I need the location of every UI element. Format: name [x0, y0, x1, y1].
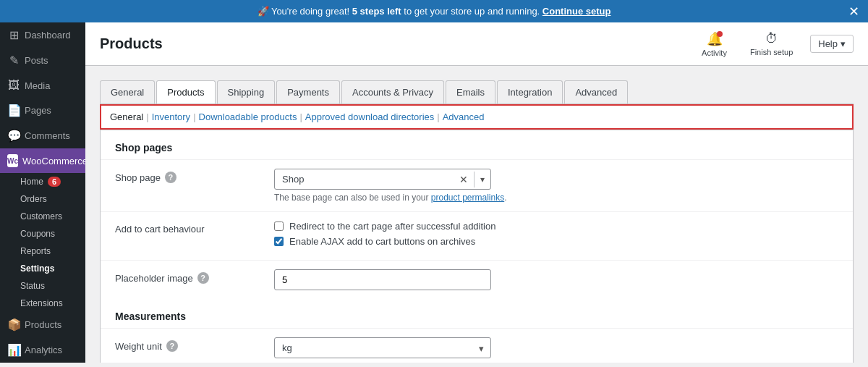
activity-button-wrapper: 🔔 Activity — [696, 28, 733, 60]
sidebar-item-posts[interactable]: ✎ Posts — [0, 48, 85, 73]
redirect-cart-checkbox-row: Redirect to the cart page after successf… — [274, 221, 838, 232]
sub-nav-downloadable[interactable]: Downloadable products — [199, 111, 297, 122]
ajax-add-to-cart-label: Enable AJAX add to cart buttons on archi… — [289, 236, 475, 247]
sidebar: ⊞ Dashboard ✎ Posts 🖼 Media 📄 Pages 💬 Co… — [0, 22, 85, 363]
sidebar-item-coupons[interactable]: Coupons — [20, 225, 85, 242]
add-to-cart-control: Redirect to the cart page after successf… — [274, 221, 838, 251]
sidebar-item-label: Posts — [25, 55, 48, 66]
woocommerce-label: WooCommerce — [22, 156, 85, 166]
sidebar-item-settings[interactable]: Settings — [20, 260, 85, 277]
app-layout: ⊞ Dashboard ✎ Posts 🖼 Media 📄 Pages 💬 Co… — [0, 22, 868, 363]
settings-card: Shop pages Shop page ? Shop ✕ ▾ — [100, 130, 854, 363]
sub-nav-approved[interactable]: Approved download directories — [305, 111, 435, 122]
tab-advanced[interactable]: Advanced — [564, 80, 628, 104]
help-chevron-icon: ▾ — [841, 38, 846, 49]
shop-page-label: Shop page ? — [115, 169, 260, 183]
sidebar-item-label: Media — [25, 80, 50, 91]
weight-unit-help-icon[interactable]: ? — [166, 340, 178, 352]
sidebar-item-orders[interactable]: Orders — [20, 190, 85, 208]
sidebar-item-label: Dashboard — [25, 30, 71, 41]
tab-accounts-privacy[interactable]: Accounts & Privacy — [341, 80, 444, 104]
placeholder-image-row: Placeholder image ? — [101, 260, 853, 299]
sidebar-item-products[interactable]: 📦 Products — [0, 312, 85, 337]
shop-page-dropdown-button[interactable]: ▾ — [474, 172, 490, 187]
pages-icon: 📄 — [7, 104, 20, 117]
media-icon: 🖼 — [7, 79, 20, 92]
weight-unit-label: Weight unit ? — [115, 337, 260, 352]
tab-integration[interactable]: Integration — [497, 80, 563, 104]
tab-emails[interactable]: Emails — [446, 80, 495, 104]
sidebar-item-customers[interactable]: Customers — [20, 208, 85, 225]
notice-bar: 🚀 You're doing great! 5 steps left to ge… — [0, 0, 868, 22]
sidebar-item-label: Products — [25, 319, 61, 330]
redirect-cart-label: Redirect to the cart page after successf… — [289, 221, 495, 232]
sidebar-item-label: Comments — [25, 130, 70, 141]
ajax-add-to-cart-checkbox-row: Enable AJAX add to cart buttons on archi… — [274, 236, 838, 247]
home-badge: 6 — [48, 177, 61, 187]
add-to-cart-row: Add to cart behaviour Redirect to the ca… — [101, 211, 853, 260]
sidebar-item-analytics[interactable]: 📊 Analytics — [0, 337, 85, 363]
sidebar-item-label: Analytics — [25, 345, 62, 355]
dashboard-icon: ⊞ — [7, 28, 20, 42]
sub-nav-inventory[interactable]: Inventory — [152, 111, 190, 122]
main-content: Products 🔔 Activity ⏱ Finish setup Help — [85, 22, 868, 363]
sidebar-item-media[interactable]: 🖼 Media — [0, 73, 85, 98]
finish-setup-icon: ⏱ — [765, 31, 778, 46]
shop-pages-title: Shop pages — [101, 130, 853, 159]
sub-nav-advanced[interactable]: Advanced — [443, 111, 485, 122]
finish-setup-button[interactable]: ⏱ Finish setup — [744, 28, 799, 59]
placeholder-image-help-icon[interactable]: ? — [197, 272, 209, 284]
sidebar-item-status[interactable]: Status — [20, 277, 85, 295]
redirect-cart-checkbox[interactable] — [274, 222, 284, 231]
sidebar-item-label: Pages — [25, 105, 51, 116]
top-bar-actions: 🔔 Activity ⏱ Finish setup Help ▾ — [696, 28, 854, 60]
activity-bell-icon: 🔔 — [707, 31, 723, 47]
notice-text: 🚀 You're doing great! 5 steps left to ge… — [258, 6, 611, 17]
help-button[interactable]: Help ▾ — [810, 35, 854, 53]
ajax-add-to-cart-checkbox[interactable] — [274, 237, 284, 246]
notice-close-button[interactable]: ✕ — [848, 5, 859, 18]
sidebar-item-dashboard[interactable]: ⊞ Dashboard — [0, 22, 85, 48]
activity-button[interactable]: 🔔 Activity — [696, 28, 733, 60]
tab-products[interactable]: Products — [156, 80, 215, 104]
weight-unit-select[interactable]: kg g lbs oz — [274, 337, 491, 358]
shop-page-select-wrapper: Shop ✕ ▾ — [274, 169, 491, 190]
products-icon: 📦 — [7, 318, 20, 332]
weight-unit-control: kg g lbs oz — [274, 337, 838, 358]
sidebar-item-pages[interactable]: 📄 Pages — [0, 98, 85, 123]
shop-page-description: The base page can also be used in your p… — [274, 193, 838, 203]
content-area: General Products Shipping Payments Accou… — [85, 66, 868, 363]
placeholder-image-input[interactable] — [274, 269, 491, 290]
tab-general[interactable]: General — [100, 80, 155, 104]
shop-page-row: Shop page ? Shop ✕ ▾ The base page can a… — [101, 159, 853, 211]
sub-navigation: General | Inventory | Downloadable produ… — [100, 104, 854, 130]
sidebar-item-woocommerce[interactable]: Wc WooCommerce — [0, 148, 85, 173]
woocommerce-submenu: Home 6 Orders Customers Coupons Reports … — [0, 173, 85, 312]
shop-page-help-icon[interactable]: ? — [165, 172, 176, 183]
page-title: Products — [100, 35, 163, 52]
add-to-cart-label: Add to cart behaviour — [115, 221, 260, 235]
comments-icon: 💬 — [7, 129, 20, 143]
posts-icon: ✎ — [7, 54, 20, 67]
top-bar: Products 🔔 Activity ⏱ Finish setup Help — [85, 22, 868, 66]
sidebar-item-home[interactable]: Home 6 — [20, 173, 85, 190]
product-permalinks-link[interactable]: product permalinks — [431, 193, 504, 203]
measurements-title: Measurements — [101, 299, 853, 328]
weight-unit-select-wrapper: kg g lbs oz — [274, 337, 491, 358]
shop-page-control: Shop ✕ ▾ The base page can also be used … — [274, 169, 838, 203]
weight-unit-row: Weight unit ? kg g lbs oz — [101, 328, 853, 363]
settings-tabs: General Products Shipping Payments Accou… — [100, 80, 854, 104]
continue-setup-link[interactable]: Continue setup — [542, 6, 611, 17]
analytics-icon: 📊 — [7, 343, 20, 357]
placeholder-image-control — [274, 269, 838, 290]
tab-payments[interactable]: Payments — [276, 80, 340, 104]
woocommerce-icon: Wc — [7, 154, 18, 167]
tab-shipping[interactable]: Shipping — [217, 80, 276, 104]
sidebar-item-reports[interactable]: Reports — [20, 242, 85, 260]
shop-page-clear-button[interactable]: ✕ — [454, 171, 474, 188]
sub-nav-general[interactable]: General — [110, 111, 143, 122]
sidebar-item-comments[interactable]: 💬 Comments — [0, 123, 85, 148]
shop-page-value: Shop — [275, 169, 454, 189]
placeholder-image-label: Placeholder image ? — [115, 269, 260, 284]
sidebar-item-extensions[interactable]: Extensions — [20, 295, 85, 312]
